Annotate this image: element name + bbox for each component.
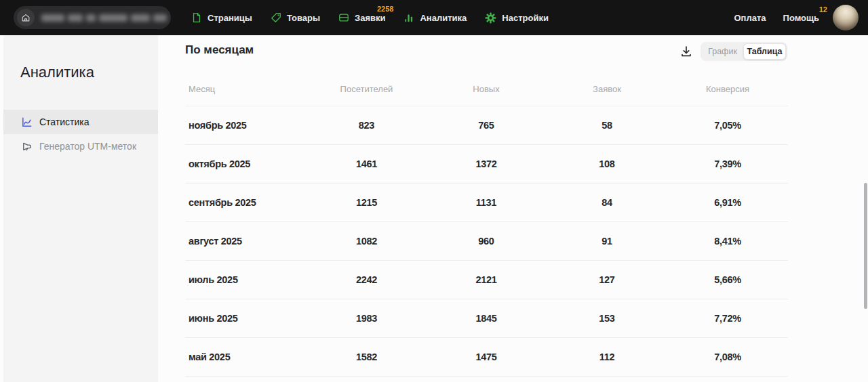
pages-icon [191,12,202,23]
nav-item-analytics[interactable]: Аналитика [403,12,467,23]
scrollbar-thumb[interactable] [864,183,867,309]
nav-item-pages[interactable]: Страницы [191,12,252,23]
column-header-conversion: Конверсия [667,84,788,94]
main-content: По месяцам График Таблица Месяц Посетите… [158,35,868,382]
megaphone-icon [20,141,33,152]
sidebar-item-label: Генератор UTM-меток [39,141,136,152]
help-count-badge: 12 [819,5,827,14]
topbar-nav: Страницы Товары Заявки [191,12,549,24]
cell-leads: 84 [547,197,667,208]
toggle-option-table[interactable]: Таблица [743,43,786,60]
bar-chart-icon [403,12,414,23]
sidebar-title: Аналитика [20,64,94,81]
cell-conversion: 7,39% [667,158,788,169]
nav-label: Настройки [502,13,549,23]
cell-month: ноябрь 2025 [185,120,307,131]
monthly-stats-table: Месяц Посетителей Новых Заявок Конверсия… [185,72,788,377]
table-row: август 2025 1082 960 91 8,41% [185,221,788,260]
payment-link[interactable]: Оплата [734,13,766,23]
sidebar-item-label: Статистика [39,116,90,127]
nav-label: Товары [287,13,320,23]
table-row: июнь 2025 1983 1845 153 7,72% [185,299,788,337]
download-icon [679,45,693,60]
cell-leads: 91 [547,236,667,247]
topbar-right: Оплата Помощь 12 [734,5,859,30]
cell-month: июнь 2025 [185,313,307,324]
table-row: сентябрь 2025 1215 1131 84 6,91% [185,183,788,221]
cell-visitors: 2242 [307,274,426,285]
cell-leads: 127 [547,274,667,285]
leads-icon [338,12,349,23]
cell-visitors: 1461 [307,158,426,169]
cell-leads: 108 [547,158,667,169]
home-icon [17,9,35,26]
help-link[interactable]: Помощь 12 [783,13,819,23]
column-header-visitors: Посетителей [307,84,426,94]
nav-item-leads[interactable]: Заявки 2258 [338,12,385,23]
cell-month: июль 2025 [185,274,307,285]
cell-visitors: 1983 [307,313,426,324]
sidebar-menu: Статистика Генератор UTM-меток [3,110,158,158]
column-header-month: Месяц [185,84,307,94]
line-chart-icon [20,116,33,128]
cell-leads: 153 [547,313,667,324]
sidebar: Аналитика Статистика [0,35,158,382]
table-body: ноябрь 2025 823 765 58 7,05% октябрь 202… [185,106,788,377]
table-header-row: Месяц Посетителей Новых Заявок Конверсия [185,72,788,106]
cell-month: сентябрь 2025 [185,197,307,208]
cell-conversion: 7,08% [667,352,788,362]
cell-conversion: 7,05% [667,120,788,131]
view-toggle: График Таблица [701,42,787,61]
sidebar-item-utm-generator[interactable]: Генератор UTM-меток [3,134,158,158]
table-row: май 2025 1582 1475 112 7,08% [185,337,788,377]
column-header-new: Новых [426,84,547,94]
cell-conversion: 6,91% [667,197,788,208]
avatar[interactable] [833,5,859,30]
cell-new: 765 [426,120,547,131]
cell-new: 960 [426,236,547,247]
cell-new: 1845 [426,313,547,324]
table-row: июль 2025 2242 2121 127 5,66% [185,260,788,299]
download-button[interactable] [679,45,694,60]
cell-conversion: 5,66% [667,274,788,285]
cell-new: 1131 [426,197,547,208]
tag-icon [271,12,281,23]
app-window: Страницы Товары Заявки [0,0,868,382]
nav-label: Аналитика [420,13,467,23]
nav-label: Заявки [355,13,385,23]
cell-visitors: 1215 [307,197,426,208]
cell-new: 2121 [426,274,547,285]
topbar: Страницы Товары Заявки [0,0,868,35]
cell-leads: 58 [547,120,667,131]
cell-visitors: 1082 [307,236,426,247]
nav-label: Страницы [208,13,252,23]
gear-icon [485,12,496,24]
site-url-redacted [41,14,167,22]
cell-month: октябрь 2025 [185,158,307,169]
table-row: ноябрь 2025 823 765 58 7,05% [185,106,788,144]
cell-conversion: 7,72% [667,313,788,324]
cell-month: август 2025 [185,236,307,247]
sidebar-item-statistics[interactable]: Статистика [3,110,158,134]
column-header-leads: Заявок [547,84,667,94]
cell-conversion: 8,41% [667,236,788,247]
cell-new: 1475 [426,352,547,362]
leads-count-badge: 2258 [377,5,393,13]
page-title: По месяцам [185,43,254,57]
cell-leads: 112 [547,352,667,362]
nav-item-products[interactable]: Товары [271,12,320,23]
nav-item-settings[interactable]: Настройки [485,12,549,24]
toggle-option-graph[interactable]: График [702,44,743,59]
table-row: октябрь 2025 1461 1372 108 7,39% [185,144,788,183]
help-label: Помощь [783,13,819,23]
cell-month: май 2025 [185,352,307,362]
site-selector-pill[interactable] [14,6,171,29]
cell-visitors: 823 [307,120,426,131]
cell-new: 1372 [426,158,547,169]
cell-visitors: 1582 [307,352,426,362]
